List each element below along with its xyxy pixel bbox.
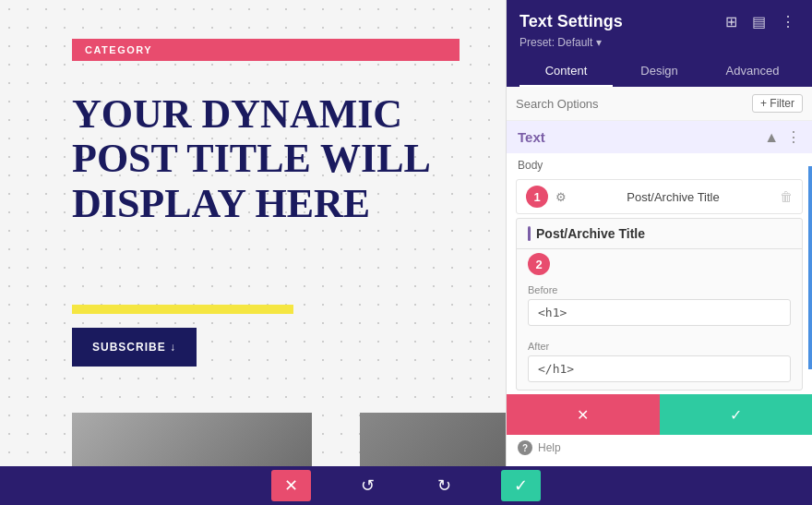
grid-icon[interactable]: ⊞ <box>722 11 741 32</box>
toolbar-cancel-button[interactable]: ✕ <box>271 470 311 501</box>
gear-icon[interactable]: ⚙ <box>555 190 567 204</box>
columns-icon[interactable]: ▤ <box>748 11 770 32</box>
collapse-icon[interactable]: ▲ <box>764 129 779 146</box>
after-label: After <box>528 341 791 352</box>
search-input[interactable] <box>516 97 752 111</box>
after-input[interactable] <box>528 355 791 382</box>
dynamic-field-row: 1 ⚙ Post/Archive Title 🗑 <box>516 179 803 214</box>
accent-bar <box>808 166 812 369</box>
section-more-icon[interactable]: ⋮ <box>786 128 801 146</box>
help-row: ? Help <box>507 435 812 461</box>
post-archive-panel: Post/Archive Title 2 Before After <box>516 218 803 391</box>
delete-field-icon[interactable]: 🗑 <box>780 189 793 204</box>
filter-button[interactable]: + Filter <box>752 94 803 113</box>
settings-title: Text Settings <box>519 12 623 31</box>
toolbar-redo-button[interactable]: ↻ <box>424 470 464 501</box>
settings-title-row: Text Settings ⊞ ▤ ⋮ <box>519 11 799 32</box>
preview-panel: CATEGORY YOUR DYNAMIC POST TITLE WILL DI… <box>0 0 506 505</box>
more-icon[interactable]: ⋮ <box>777 11 799 32</box>
section-title[interactable]: Text <box>518 129 545 145</box>
tab-advanced[interactable]: Advanced <box>706 56 799 87</box>
dynamic-field-label: Post/Archive Title <box>574 190 772 204</box>
text-section-header: Text ▲ ⋮ <box>507 121 812 153</box>
bottom-toolbar: ✕ ↺ ↻ ✓ <box>0 466 812 505</box>
toolbar-confirm-button[interactable]: ✓ <box>501 470 541 501</box>
help-label: Help <box>538 441 561 454</box>
preset-row: Preset: Default ▾ <box>519 36 799 49</box>
inline-confirm-button[interactable]: ✓ <box>660 394 813 435</box>
panel-title-label: Post/Archive Title <box>536 226 645 241</box>
tabs-row: Content Design Advanced <box>519 56 799 87</box>
toolbar-undo-button[interactable]: ↺ <box>348 470 388 501</box>
body-label: Body <box>507 153 812 175</box>
after-field-group: After <box>517 333 802 390</box>
tab-content[interactable]: Content <box>519 56 613 87</box>
section-content: Text ▲ ⋮ Body 1 ⚙ Post/Archive Title 🗑 P… <box>507 121 812 505</box>
preset-dropdown-icon[interactable]: ▾ <box>596 36 602 49</box>
section-header-icons: ▲ ⋮ <box>764 128 801 146</box>
badge-2: 2 <box>528 253 550 275</box>
preset-label: Preset: Default <box>519 36 592 49</box>
help-icon[interactable]: ? <box>518 440 532 455</box>
inline-action-row: ✕ ✓ <box>507 394 812 435</box>
subscribe-button[interactable]: SUBSCRIBE ↓ <box>72 328 197 367</box>
header-icons: ⊞ ▤ ⋮ <box>722 11 799 32</box>
badge-1: 1 <box>526 186 548 208</box>
settings-header: Text Settings ⊞ ▤ ⋮ Preset: Default ▾ Co… <box>507 0 812 87</box>
title-underline <box>72 305 293 314</box>
panel-title: Post/Archive Title <box>517 219 802 249</box>
before-field-group: Before <box>517 277 802 333</box>
before-input[interactable] <box>528 299 791 326</box>
before-label: Before <box>528 284 791 295</box>
category-badge: CATEGORY <box>72 39 460 61</box>
post-title: YOUR DYNAMIC POST TITLE WILL DISPLAY HER… <box>72 92 460 226</box>
tab-design[interactable]: Design <box>613 56 706 87</box>
search-row: + Filter <box>507 87 812 121</box>
settings-panel: Text Settings ⊞ ▤ ⋮ Preset: Default ▾ Co… <box>506 0 812 505</box>
inline-cancel-button[interactable]: ✕ <box>507 394 660 435</box>
